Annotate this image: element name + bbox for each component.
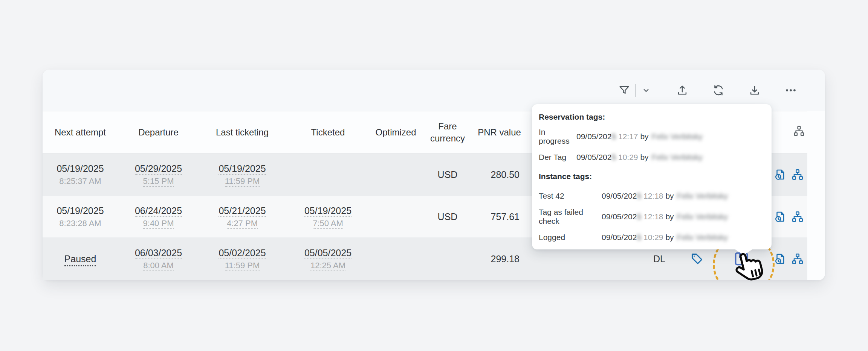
departure-date[interactable]: 05/29/2025 (135, 163, 182, 175)
blurred-year-digit: 5 (611, 132, 616, 141)
next-attempt-date: 05/19/2025 (57, 163, 104, 175)
tag-label: Test 42 (539, 191, 602, 201)
tag-icon[interactable] (689, 251, 704, 266)
departure-date[interactable]: 06/03/2025 (135, 248, 182, 259)
col-header-optimized[interactable]: Optimized (370, 126, 421, 138)
tag-label: In progress (539, 128, 576, 146)
ticketed-time[interactable]: 12:25 AM (310, 261, 345, 271)
reservation-tags-section: Reservation tags: In progress 09/05/2025… (539, 108, 765, 167)
filter-icon (618, 84, 631, 97)
filter-dropdown-button[interactable] (639, 83, 653, 97)
status-paused[interactable]: Paused (64, 254, 96, 266)
fare-currency: USD (438, 211, 458, 222)
blurred-year-digit: 5 (637, 191, 641, 201)
departure-time[interactable]: 8:00 AM (143, 261, 174, 271)
download-button[interactable] (747, 83, 762, 97)
more-icon (784, 84, 797, 97)
refresh-button[interactable] (711, 83, 726, 97)
tags-tooltip-popup: Reservation tags: In progress 09/05/2025… (532, 104, 772, 249)
carrier-code: DL (653, 254, 665, 264)
pnr-value: 299.18 (491, 254, 520, 264)
blurred-user-name: Felix Verbitsky (677, 191, 728, 201)
next-attempt-time: 8:25:37 AM (59, 176, 101, 187)
tag-time: 12:18 (641, 191, 663, 201)
hierarchy-icon[interactable] (791, 210, 804, 223)
col-header-pnr-value[interactable]: PNR value (474, 126, 525, 138)
col-header-last-ticketing[interactable]: Last ticketing (199, 126, 286, 138)
blurred-year-digit: 5 (637, 233, 641, 242)
file-history-icon[interactable] (774, 252, 787, 265)
fare-currency: USD (438, 169, 458, 180)
tag-entry: Tag as failed check 09/05/2025 12:18 byF… (539, 206, 765, 227)
last-ticketing-date[interactable]: 05/02/2025 (219, 248, 266, 259)
col-header-next-attempt[interactable]: Next attempt (43, 126, 118, 138)
blurred-user-name: Felix Verbitsky (652, 153, 703, 162)
refresh-icon (712, 84, 725, 97)
tag-entry: Logged 09/05/2025 10:29 byFelix Verbitsk… (539, 227, 765, 248)
more-button[interactable] (784, 83, 798, 97)
next-attempt-date: 05/19/2025 (57, 205, 104, 217)
blurred-user-name: Felix Verbitsky (677, 212, 728, 221)
departure-time[interactable]: 9:40 PM (143, 219, 174, 229)
tag-time: 12:17 (616, 132, 638, 141)
chevron-down-icon (641, 85, 651, 95)
next-attempt-time: 8:23:28 AM (59, 218, 101, 229)
ticketed-date[interactable]: 05/05/2025 (304, 248, 351, 259)
tag-time: 12:18 (641, 212, 663, 221)
tag-entry: Test 42 09/05/2025 12:18 byFelix Verbits… (539, 185, 765, 206)
tag-entry: In progress 09/05/2025 12:17 byFelix Ver… (539, 126, 765, 147)
blurred-user-name: Felix Verbitsky (652, 132, 703, 141)
blurred-user-name: Felix Verbitsky (677, 233, 728, 242)
upload-icon (676, 84, 689, 97)
pnr-value: 757.61 (491, 211, 520, 222)
last-ticketing-date[interactable]: 05/19/2025 (219, 163, 266, 175)
last-ticketing-time[interactable]: 11:59 PM (225, 261, 260, 271)
tag-label: Der Tag (539, 153, 576, 162)
hierarchy-icon[interactable] (791, 168, 804, 181)
file-history-icon[interactable] (774, 210, 787, 223)
col-header-fare-currency[interactable]: Fare currency (421, 120, 474, 144)
toolbar-divider (635, 84, 636, 97)
ticketed-date[interactable]: 05/19/2025 (304, 205, 351, 217)
blurred-year-digit: 5 (637, 212, 641, 221)
departure-time[interactable]: 5:15 PM (143, 176, 174, 187)
ticketed-time[interactable]: 7:50 AM (313, 219, 343, 229)
hierarchy-icon[interactable] (791, 252, 804, 265)
col-header-ticketed[interactable]: Ticketed (286, 126, 370, 138)
blurred-year-digit: 5 (611, 153, 616, 162)
tag-entry: Der Tag 09/05/2025 10:29 byFelix Verbits… (539, 147, 765, 167)
col-header-hierarchy[interactable] (770, 125, 807, 140)
reservation-tags-title: Reservation tags: (539, 108, 765, 126)
hierarchy-icon (793, 125, 805, 140)
tag-label: Logged (539, 233, 602, 242)
upload-button[interactable] (675, 83, 689, 97)
filter-button[interactable] (617, 83, 631, 97)
col-header-departure[interactable]: Departure (118, 126, 199, 138)
download-icon (748, 84, 761, 97)
filter-group (617, 83, 653, 97)
instance-tags-title: Instance tags: (539, 167, 765, 185)
last-ticketing-time[interactable]: 11:59 PM (225, 176, 260, 187)
file-history-icon[interactable] (774, 168, 787, 181)
departure-date[interactable]: 06/24/2025 (135, 205, 182, 217)
tag-time: 10:29 (641, 233, 663, 242)
last-ticketing-date[interactable]: 05/21/2025 (219, 205, 266, 217)
tag-time: 10:29 (616, 153, 638, 162)
instance-tags-section: Instance tags: Test 42 09/05/2025 12:18 … (539, 167, 765, 248)
tag-label: Tag as failed check (539, 208, 602, 226)
last-ticketing-time[interactable]: 4:27 PM (227, 219, 258, 229)
pnr-value: 280.50 (491, 169, 520, 180)
